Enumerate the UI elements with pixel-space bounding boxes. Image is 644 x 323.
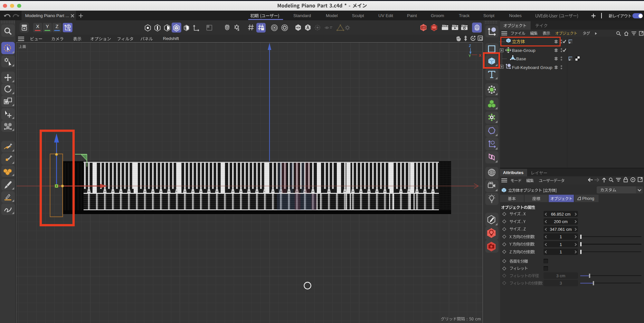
svg-text:Z: Z xyxy=(469,44,471,48)
svg-text:RV: RV xyxy=(422,26,425,29)
svg-text:Y: Y xyxy=(469,54,471,58)
svg-text:X: X xyxy=(479,54,481,57)
